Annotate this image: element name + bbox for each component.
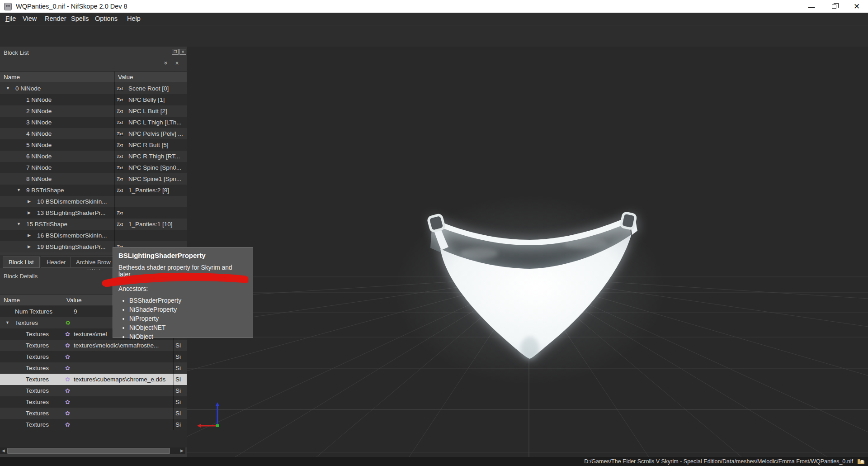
- row-value: NPC R Butt [5]: [128, 139, 169, 151]
- scroll-left-icon[interactable]: ◀: [0, 447, 7, 454]
- txt-icon: Txt: [117, 128, 123, 139]
- block-details-dock-title: Block Details: [4, 273, 38, 280]
- row-value: textures\cubemaps\chrome_e.dds: [74, 374, 165, 385]
- expand-all-icon[interactable]: «: [173, 60, 183, 67]
- block-list-header: Name Value: [0, 71, 187, 82]
- block-list-row[interactable]: 1 NiNodeTxtNPC Belly [1]: [0, 94, 187, 105]
- block-list-row[interactable]: 8 NiNodeTxtNPC Spine1 [Spn...: [0, 173, 187, 185]
- tab-header[interactable]: Header: [41, 257, 72, 268]
- expander-icon[interactable]: ▼: [17, 219, 21, 230]
- block-details-row[interactable]: Textures✿Si: [0, 362, 187, 374]
- dock-float-icon[interactable]: ❐: [172, 49, 179, 55]
- expander-icon[interactable]: ▶: [28, 196, 31, 207]
- row-value: NPC Spine1 [Spn...: [128, 173, 181, 185]
- minimize-button[interactable]: —: [800, 0, 823, 13]
- menu-spells[interactable]: Spells: [71, 13, 89, 25]
- row-name: 6 NiNode: [26, 151, 52, 162]
- dock-close-icon[interactable]: ✕: [179, 49, 186, 55]
- tab-archive-browser[interactable]: Archive Brow: [70, 257, 117, 268]
- row-value: NPC Belly [1]: [128, 94, 165, 105]
- menu-view[interactable]: View: [23, 13, 37, 25]
- ancestor-item: NiShadeProperty: [129, 305, 247, 314]
- row-extra: Si: [175, 385, 181, 396]
- row-extra: Si: [175, 419, 181, 430]
- block-list-row[interactable]: ▶13 BSLightingShaderPr...Txt: [0, 207, 187, 219]
- block-list-row[interactable]: 5 NiNodeTxtNPC R Butt [5]: [0, 139, 187, 151]
- block-details-row[interactable]: Textures✿Si: [0, 385, 187, 396]
- block-details-row[interactable]: Textures✿Si: [0, 408, 187, 419]
- block-list-row[interactable]: ▼0 NiNodeTxtScene Root [0]: [0, 83, 187, 94]
- dock-splitter-handle[interactable]: [87, 269, 100, 271]
- row-name: 1 NiNode: [26, 94, 52, 105]
- block-details-row[interactable]: Textures✿textures\cubemaps\chrome_e.ddsS…: [0, 374, 187, 385]
- block-list-row[interactable]: ▶10 BSDismemberSkinIn...: [0, 196, 187, 207]
- menu-file[interactable]: File: [5, 13, 16, 25]
- texture-flower-icon: ✿: [65, 408, 70, 419]
- scroll-right-icon[interactable]: ▶: [179, 447, 185, 454]
- block-panel-hscrollbar: ◀ ▶: [0, 447, 185, 454]
- block-details-row[interactable]: Textures✿Si: [0, 419, 187, 430]
- txt-icon: Txt: [117, 117, 123, 128]
- viewport-3d[interactable]: [187, 47, 868, 457]
- block-list-row[interactable]: ▼9 BSTriShapeTxt1_Panties:2 [9]: [0, 185, 187, 196]
- row-value: NPC L Butt [2]: [128, 105, 167, 117]
- texture-flower-icon: ✿: [65, 351, 70, 362]
- axis-indicator: [197, 402, 220, 428]
- expander-icon[interactable]: ▶: [28, 207, 31, 219]
- txt-icon: Txt: [117, 207, 123, 219]
- expander-icon[interactable]: ▼: [6, 83, 10, 94]
- block-list-row[interactable]: 7 NiNodeTxtNPC Spine [Spn0...: [0, 162, 187, 173]
- menu-render[interactable]: Render: [45, 13, 66, 25]
- row-name: 13 BSLightingShaderPr...: [37, 207, 106, 219]
- txt-icon: Txt: [117, 94, 123, 105]
- tooltip-title: BSLightingShaderProperty: [118, 252, 247, 259]
- block-list-row[interactable]: 6 NiNodeTxtNPC R Thigh [RT...: [0, 151, 187, 162]
- row-name: 0 NiNode: [15, 83, 41, 94]
- row-name: Textures: [26, 385, 49, 396]
- row-name: 4 NiNode: [26, 128, 52, 139]
- block-list-tree: ▼0 NiNodeTxtScene Root [0]1 NiNodeTxtNPC…: [0, 83, 187, 252]
- row-name: 5 NiNode: [26, 139, 52, 151]
- block-list-row[interactable]: 4 NiNodeTxtNPC Pelvis [Pelv] ...: [0, 128, 187, 139]
- block-list-row[interactable]: 3 NiNodeTxtNPC L Thigh [LTh...: [0, 117, 187, 128]
- column-value[interactable]: Value: [118, 72, 133, 82]
- row-name: 10 BSDismemberSkinIn...: [37, 196, 107, 207]
- block-details-row[interactable]: Textures✿Si: [0, 351, 187, 362]
- menu-bar: File View Render Spells Options Help: [0, 13, 868, 25]
- block-list-row[interactable]: ▶16 BSDismemberSkinIn...: [0, 230, 187, 241]
- tooltip-bslightingshaderproperty: BSLightingShaderProperty Bethesda shader…: [113, 247, 253, 338]
- expander-icon[interactable]: ▼: [17, 185, 21, 196]
- expander-icon[interactable]: ▶: [28, 230, 31, 241]
- row-extra: Si: [175, 351, 181, 362]
- block-details-row[interactable]: Textures✿Si: [0, 396, 187, 408]
- row-name: 3 NiNode: [26, 117, 52, 128]
- row-extra: Si: [175, 374, 181, 385]
- close-button[interactable]: ✕: [845, 0, 868, 13]
- column-value[interactable]: Value: [66, 295, 82, 305]
- window-title: WQPanties_0.nif - NifSkope 2.0 Dev 8: [16, 3, 127, 10]
- row-name: Textures: [15, 317, 38, 328]
- row-value: NPC L Thigh [LTh...: [128, 117, 182, 128]
- tooltip-ancestor-list: BSShaderProperty NiShadeProperty NiPrope…: [129, 296, 247, 342]
- scrollbar-thumb[interactable]: [7, 448, 170, 454]
- menu-options[interactable]: Options: [95, 13, 118, 25]
- column-name[interactable]: Name: [4, 72, 20, 82]
- column-name[interactable]: Name: [4, 295, 20, 305]
- row-name: 8 NiNode: [26, 173, 52, 185]
- tab-block-list[interactable]: Block List: [3, 257, 40, 268]
- row-name: 7 NiNode: [26, 162, 52, 173]
- row-extra: Si: [175, 362, 181, 374]
- collapse-all-icon[interactable]: «: [160, 60, 170, 67]
- block-list-row[interactable]: 2 NiNodeTxtNPC L Butt [2]: [0, 105, 187, 117]
- row-name: Textures: [26, 340, 49, 351]
- restore-button[interactable]: [823, 0, 845, 13]
- txt-icon: Txt: [117, 162, 123, 173]
- row-name: 9 BSTriShape: [26, 185, 64, 196]
- menu-help[interactable]: Help: [127, 13, 141, 25]
- block-list-row[interactable]: ▼15 BSTriShapeTxt1_Panties:1 [10]: [0, 219, 187, 230]
- tooltip-description: Bethesda shader property for Skyrim and …: [118, 264, 247, 278]
- expander-icon[interactable]: ▼: [5, 317, 9, 328]
- txt-icon: Txt: [117, 219, 123, 230]
- expander-icon[interactable]: ▶: [28, 241, 31, 252]
- model-left-ring: [428, 214, 444, 232]
